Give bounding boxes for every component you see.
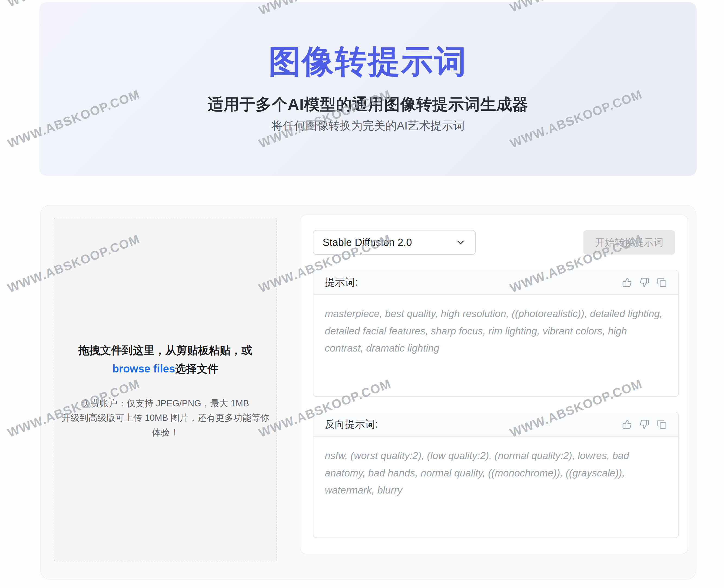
thumbs-up-icon[interactable] xyxy=(622,419,632,429)
dropzone-text-after: 选择文件 xyxy=(175,363,219,375)
negative-prompt-label: 反向提示词: xyxy=(325,418,378,431)
prompt-box-header: 提示词: xyxy=(313,270,678,295)
negative-prompt-actions xyxy=(622,419,667,429)
convert-button[interactable]: 开始转换提示词 xyxy=(583,230,675,255)
hero-section: 图像转提示词 适用于多个AI模型的通用图像转提示词生成器 将任何图像转换为完美的… xyxy=(39,2,697,176)
model-select-value: Stable Diffusion 2.0 xyxy=(323,237,412,248)
page-title: 图像转提示词 xyxy=(269,42,468,81)
prompt-output[interactable]: masterpiece, best quality, high resoluti… xyxy=(313,295,678,367)
prompt-panel: Stable Diffusion 2.0 开始转换提示词 提示词: xyxy=(300,214,688,554)
dropzone-text-before: 拖拽文件到这里，从剪贴板粘贴，或 xyxy=(79,344,252,356)
chevron-down-icon xyxy=(455,237,466,248)
thumbs-up-icon[interactable] xyxy=(622,277,632,288)
model-select[interactable]: Stable Diffusion 2.0 xyxy=(313,230,476,255)
converter-card: 拖拽文件到这里，从剪贴板粘贴，或browse files选择文件 免费账户：仅支… xyxy=(40,205,696,580)
dropzone-note-line2: 升级到高级版可上传 10MB 图片，还有更多功能等你 xyxy=(62,412,269,424)
negative-prompt-box: 反向提示词: xyxy=(313,412,679,538)
prompt-actions xyxy=(622,277,667,288)
hero-description: 将任何图像转换为完美的AI艺术提示词 xyxy=(271,118,464,133)
dropzone-note-line3: 体验！ xyxy=(62,426,269,438)
copy-icon[interactable] xyxy=(657,419,667,429)
copy-icon[interactable] xyxy=(657,277,667,288)
image-to-prompt-page: 图像转提示词 适用于多个AI模型的通用图像转提示词生成器 将任何图像转换为完美的… xyxy=(0,0,724,588)
hero-subtitle: 适用于多个AI模型的通用图像转提示词生成器 xyxy=(208,94,529,114)
prompt-box: 提示词: xyxy=(313,270,679,397)
browse-files-link[interactable]: browse files xyxy=(112,363,175,375)
dropzone-note-line1: 免费账户：仅支持 JPEG/PNG，最大 1MB xyxy=(62,397,269,410)
thumbs-down-icon[interactable] xyxy=(639,277,649,288)
negative-prompt-box-header: 反向提示词: xyxy=(313,412,678,437)
thumbs-down-icon[interactable] xyxy=(639,419,649,429)
prompt-label: 提示词: xyxy=(325,275,358,289)
dropzone-note: 免费账户：仅支持 JPEG/PNG，最大 1MB 升级到高级版可上传 10MB … xyxy=(62,395,269,438)
dropzone-instruction: 拖拽文件到这里，从剪贴板粘贴，或browse files选择文件 xyxy=(60,341,271,378)
file-dropzone[interactable]: 拖拽文件到这里，从剪贴板粘贴，或browse files选择文件 免费账户：仅支… xyxy=(54,218,277,561)
negative-prompt-output[interactable]: nsfw, (worst quality:2), (low quality:2)… xyxy=(313,437,678,509)
